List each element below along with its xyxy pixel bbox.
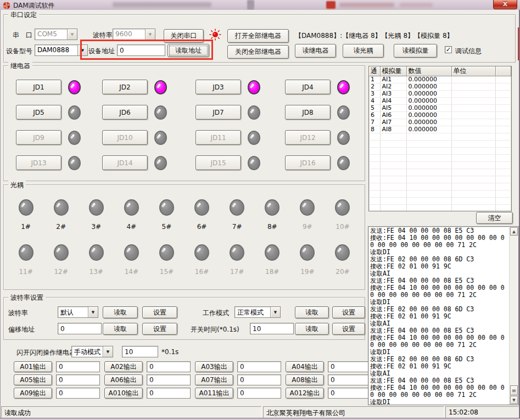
table-row-empty [369,148,511,155]
opto-label-14: 14# [125,268,138,276]
debug-info-checkbox[interactable] [445,46,452,53]
column-header-value[interactable]: 数值 [406,66,451,76]
switch-time-set-button[interactable]: 设置 [332,323,365,335]
scroll-down-icon[interactable]: ▼ [510,396,518,404]
baudrate-read-button[interactable]: 读取 [103,306,138,318]
ao-input-a08[interactable] [328,374,372,385]
work-mode-set-button[interactable]: 设置 [332,306,365,318]
opto-led-19 [300,244,315,261]
open-all-relays-button[interactable]: 打开全部继电器 [227,29,289,43]
ao-input-a010[interactable] [147,388,191,399]
ao-button-a04[interactable]: A04输出 [286,361,324,372]
baudrate-set-button[interactable]: 设置 [142,306,177,318]
relay-button-jd1[interactable]: JD1 [16,80,61,94]
opto-label-7: 7# [232,223,242,231]
ao-input-a04[interactable] [328,361,372,372]
relay-button-jd12: JD12 [285,130,331,145]
relay-button-jd2[interactable]: JD2 [102,80,148,94]
relay-led-jd5 [68,105,81,120]
ao-button-a07[interactable]: A07输出 [195,374,233,385]
relay-led-jd12 [337,131,350,145]
device-address-input[interactable] [117,44,165,56]
relay-button-jd4[interactable]: JD4 [285,80,331,94]
ao-input-a09[interactable] [56,388,100,399]
window-border [0,10,1,419]
ao-button-a08[interactable]: A08输出 [286,374,324,385]
offset-set-button[interactable]: 设置 [142,323,177,335]
offset-address-input[interactable] [58,323,102,334]
status-bar: 读取成功 北京聚英翱翔电子有限公司 15:02:08 [0,406,520,418]
ao-input-a011[interactable] [237,388,281,399]
relay-button-jd8[interactable]: JD8 [285,105,331,120]
analog-table[interactable]: 通 模拟量 数值 单位 1AI10.000000 2AI20.000000 3A… [368,66,512,211]
table-row-empty [369,198,511,205]
ao-button-a010[interactable]: A010输出 [104,388,143,399]
relay-button-jd7[interactable]: JD7 [195,105,241,120]
serial-port-select: COM5 ▼ [35,29,77,40]
close-all-relays-button[interactable]: 关闭全部继电器 [227,45,289,59]
ao-input-a05[interactable] [56,374,100,385]
flash-mode-select[interactable]: 手动模式 ▼ [71,346,113,357]
switch-time-read-button[interactable]: 读取 [295,323,329,335]
clear-log-button[interactable]: 清空 [476,212,513,224]
close-serial-button[interactable]: 关闭串口 [164,29,204,43]
work-mode-read-button[interactable]: 读取 [295,306,329,318]
column-header-analog[interactable]: 模拟量 [380,66,406,76]
relay-button-jd3[interactable]: JD3 [195,80,241,94]
ao-input-a06[interactable] [147,374,191,385]
relay-button-jd5[interactable]: JD5 [16,105,61,120]
log-area[interactable]: 发送:FE 04 00 00 00 08 E5 C3 接收:FE 04 10 0… [368,226,519,405]
opto-led-17 [230,244,244,261]
group-title: 波特率设置 [8,293,46,303]
opto-led-2 [54,199,69,216]
switch-time-input[interactable] [250,323,294,334]
relay-led-jd16 [337,156,350,170]
ao-button-a02[interactable]: A02输出 [104,361,143,372]
serial-open-indicator-icon [209,29,221,43]
read-address-button[interactable]: 读取地址 [167,44,209,57]
opto-led-8 [265,199,279,216]
ao-button-a05[interactable]: A05输出 [14,374,52,385]
column-header-channel[interactable]: 通 [369,66,380,76]
ao-input-a012[interactable] [328,388,372,399]
device-model-select[interactable]: DAM0888 ▼ [35,44,88,56]
serial-settings-group: 串口设定 串 口 COM5 ▼ 波特率 9600 ▼ 关闭串口 [3,14,516,63]
scrollbar-thumb[interactable]: ≡ [510,385,518,395]
read-relay-button[interactable]: 读继电器 [295,44,336,58]
ao-button-a06[interactable]: A06输出 [104,374,143,385]
ao-input-a03[interactable] [237,361,281,372]
ao-input-a07[interactable] [237,374,281,385]
opto-led-12 [54,244,69,261]
read-opto-button[interactable]: 读光耦 [343,44,384,58]
log-scrollbar[interactable]: ▲ ≡ ▼ [509,227,518,405]
opto-label-10: 10# [336,223,349,231]
relay-button-jd11: JD11 [195,130,241,145]
opto-led-4 [124,199,139,216]
ao-button-a012[interactable]: A012输出 [286,388,324,399]
ao-button-a09[interactable]: A09输出 [14,388,52,399]
column-header-extra[interactable] [495,66,511,76]
ao-input-a01[interactable] [56,361,100,372]
relay-button-jd6[interactable]: JD6 [102,105,148,120]
opto-led-11 [19,244,33,261]
ao-button-a011[interactable]: A011输出 [195,388,233,399]
read-analog-button[interactable]: 读模拟量 [394,44,437,58]
ao-button-a01[interactable]: A01输出 [14,361,52,372]
ao-button-a03[interactable]: A03输出 [195,361,233,372]
flash-time-input[interactable] [122,346,158,357]
device-summary: 【DAM0888】:【继电器 8】【光耦 8】【模拟量 8】 [295,31,454,41]
switch-time-label: 开关时间(*0.1s) [191,325,239,334]
ao-input-a02[interactable] [147,361,191,372]
group-title: 继电器 [8,61,32,71]
serial-port-label: 串 口 [13,31,32,40]
work-mode-select[interactable]: 正常模式 ▼ [234,306,281,318]
column-header-unit[interactable]: 单位 [451,66,495,76]
table-row: 1AI10.000000 [369,76,511,83]
scroll-up-icon[interactable]: ▲ [510,227,518,236]
titlebar: DAM调试软件 X [0,0,520,10]
opto-label-2: 2# [56,223,66,231]
opto-label-11: 11# [19,268,32,276]
offset-read-button[interactable]: 读取 [103,323,138,335]
close-button[interactable]: X [493,0,517,9]
baudrate-setting-select[interactable]: 默认 ▼ [58,306,98,318]
